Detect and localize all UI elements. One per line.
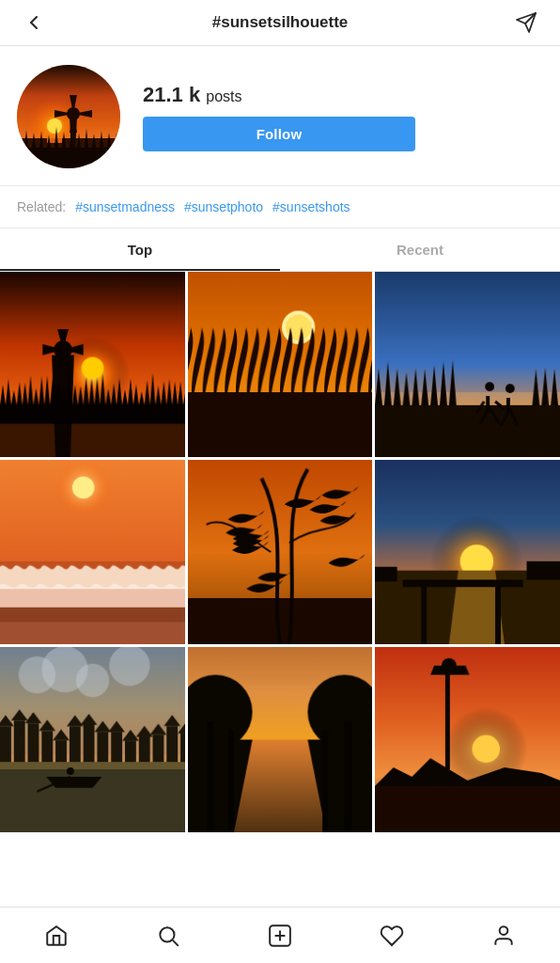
posts-count: 21.1 k posts	[143, 83, 242, 107]
nav-add[interactable]	[257, 912, 303, 959]
profile-info: 21.1 k posts Follow	[143, 83, 543, 151]
svg-line-3	[173, 939, 179, 945]
grid-item-6[interactable]	[375, 460, 560, 645]
svg-point-7	[500, 926, 508, 935]
grid-item-7[interactable]	[0, 647, 185, 832]
related-tag-2[interactable]: #sunsetphoto	[184, 199, 263, 214]
avatar	[17, 65, 120, 168]
grid-item-3[interactable]	[375, 272, 560, 457]
related-label: Related:	[17, 199, 66, 214]
back-button[interactable]	[17, 11, 51, 34]
tab-top[interactable]: Top	[0, 229, 280, 271]
tabs: Top Recent	[0, 229, 560, 272]
tab-recent[interactable]: Recent	[280, 229, 560, 271]
follow-button[interactable]: Follow	[143, 117, 415, 151]
related-tag-1[interactable]: #sunsetmadness	[75, 199, 175, 214]
grid-item-8[interactable]	[188, 647, 373, 832]
grid-item-5[interactable]	[188, 460, 373, 645]
grid-item-2[interactable]	[188, 272, 373, 457]
nav-likes[interactable]	[368, 912, 415, 959]
profile-section: 21.1 k posts Follow	[0, 46, 560, 185]
send-button[interactable]	[509, 11, 543, 34]
nav-search[interactable]	[145, 912, 192, 959]
photo-grid	[0, 272, 560, 832]
nav-home[interactable]	[33, 912, 80, 959]
svg-point-2	[160, 927, 174, 941]
page-title: #sunsetsilhouette	[51, 13, 509, 32]
header: #sunsetsilhouette	[0, 0, 560, 46]
nav-profile[interactable]	[480, 912, 527, 959]
posts-label: posts	[206, 88, 241, 104]
grid-item-9[interactable]	[375, 647, 560, 832]
grid-item-1[interactable]	[0, 272, 185, 457]
bottom-nav	[0, 907, 560, 963]
related-tag-3[interactable]: #sunsetshots	[272, 199, 350, 214]
grid-item-4[interactable]	[0, 460, 185, 645]
related-section: Related: #sunsetmadness #sunsetphoto #su…	[0, 185, 560, 229]
